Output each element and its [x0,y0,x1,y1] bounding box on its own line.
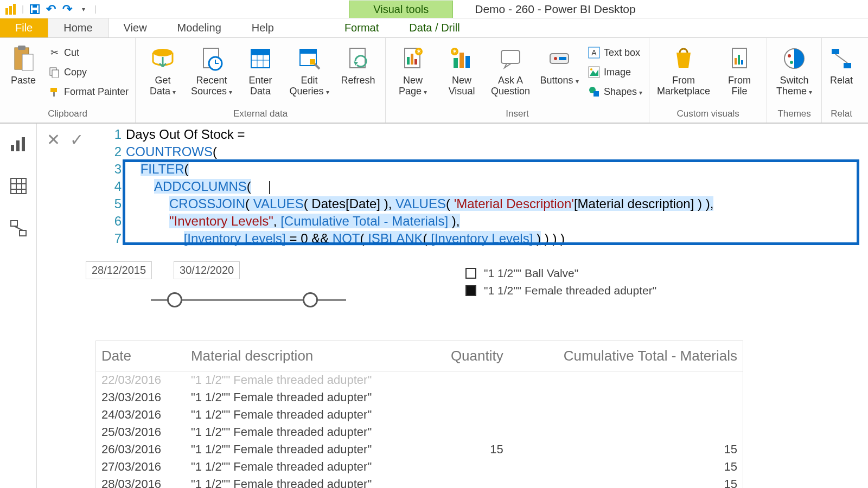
table-row[interactable]: 23/03/2016"1 1/2"" Female threaded adupt… [96,389,743,406]
refresh-label: Refresh [341,75,375,86]
table-row[interactable]: 24/03/2016"1 1/2"" Female threaded adupt… [96,406,743,423]
switch-theme-label: Switch Theme [776,75,812,98]
tab-home[interactable]: Home [48,18,108,37]
col-quantity[interactable]: Quantity [429,341,509,371]
report-view-icon[interactable] [8,133,29,154]
svg-point-54 [790,61,793,64]
left-nav [0,124,37,488]
cut-label: Cut [64,47,79,59]
svg-rect-0 [5,8,8,15]
marketplace-icon [668,43,699,74]
contextual-tab-visual-tools: Visual tools [349,1,453,18]
formula-commit-icon[interactable]: ✓ [70,130,84,149]
tab-format[interactable]: Format [329,18,394,37]
col-cumulative[interactable]: Cumulative Total - Materials [509,341,743,371]
svg-rect-55 [832,49,839,54]
workspace: ✕ ✓ 1234567 Days Out Of Stock = COUNTROW… [0,124,868,488]
refresh-button[interactable]: Refresh [335,42,381,87]
new-page-button[interactable]: ✶New Page [390,42,436,99]
slicer-end-date[interactable]: 30/12/2020 [174,261,240,279]
save-icon[interactable] [29,4,40,15]
svg-rect-7 [18,46,25,50]
shapes-icon [588,85,601,98]
legend-swatch-filled [465,285,476,296]
slicer-handle-start[interactable] [167,292,182,307]
svg-rect-58 [11,145,14,151]
svg-rect-61 [11,178,26,194]
data-view-icon[interactable] [8,176,29,196]
text-box-button[interactable]: AText box [585,43,644,62]
tab-modeling[interactable]: Modeling [162,18,237,37]
switch-theme-button[interactable]: Switch Theme [771,42,817,99]
enter-data-icon [245,43,276,74]
table-row[interactable]: 25/03/2016"1 1/2"" Female threaded adupt… [96,423,743,441]
image-button[interactable]: Image [585,63,644,81]
svg-text:✶: ✶ [416,48,422,55]
slicer-start-date[interactable]: 28/12/2015 [86,261,152,279]
qat-dropdown-icon[interactable]: ▾ [78,4,89,15]
col-material[interactable]: Material description [186,341,429,371]
tab-help[interactable]: Help [237,18,289,37]
table-row[interactable]: 26/03/2016"1 1/2"" Female threaded adupt… [96,441,743,458]
canvas: ✕ ✓ 1234567 Days Out Of Stock = COUNTROW… [37,124,868,488]
cut-button[interactable]: ✂Cut [46,43,131,62]
svg-rect-1 [9,6,12,15]
buttons-label: Buttons [540,75,579,87]
ask-question-button[interactable]: Ask A Question [488,42,533,98]
edit-queries-button[interactable]: Edit Queries [286,42,332,99]
from-file-button[interactable]: From File [717,42,762,98]
dax-editor[interactable]: 1234567 Days Out Of Stock = COUNTROWS( F… [107,126,868,256]
app-icon [5,4,16,15]
code-line-2: COUNTROWS( [126,143,868,160]
shapes-button[interactable]: Shapes [585,82,644,101]
formula-cancel-icon[interactable]: ✕ [47,130,60,149]
recent-sources-button[interactable]: Recent Sources [189,42,234,99]
ask-question-icon [495,43,526,74]
undo-icon[interactable]: ↶ [46,4,56,15]
slicer-handle-end[interactable] [303,292,318,307]
svg-point-45 [590,68,592,70]
switch-theme-icon [779,43,809,74]
quick-access-toolbar: | ↶ ↷ ▾ | [0,4,102,15]
legend-item-2[interactable]: "1 1/2"" Female threaded adupter" [465,284,656,297]
from-marketplace-button[interactable]: From Marketplace [654,42,713,98]
group-clipboard: Paste ✂Cut Copy Format Painter Clipboard [0,38,136,123]
tab-view[interactable]: View [108,18,162,37]
svg-text:A: A [591,48,597,57]
cut-icon: ✂ [48,46,61,59]
svg-rect-59 [16,140,20,151]
enter-data-button[interactable]: Enter Data [238,42,283,98]
group-custom-label: Custom visuals [654,107,762,121]
model-view-icon[interactable] [8,218,29,239]
code-line-1: Days Out Of Stock = [126,126,868,143]
tab-data-drill[interactable]: Data / Drill [394,18,475,37]
format-painter-button[interactable]: Format Painter [46,82,131,101]
svg-rect-56 [844,63,851,68]
manage-relationships-button[interactable]: Relat [826,42,857,87]
get-data-icon [148,43,178,74]
new-visual-button[interactable]: ✶New Visual [439,42,484,98]
get-data-button[interactable]: Get Data [140,42,186,99]
code-line-7: [Inventory Levels] = 0 && NOT( ISBLANK( … [126,230,868,247]
group-themes: Switch Theme Themes [767,38,822,123]
svg-rect-4 [33,10,37,13]
copy-button[interactable]: Copy [46,63,131,81]
table-row[interactable]: 22/03/2016"1 1/2"" Female threaded adupt… [96,371,743,389]
redo-icon[interactable]: ↷ [62,4,73,15]
svg-rect-2 [13,4,16,15]
buttons-button[interactable]: Buttons [537,42,582,88]
col-date[interactable]: Date [96,341,186,371]
table-row[interactable]: 27/03/2016"1 1/2"" Female threaded adupt… [96,458,743,476]
slicer-track[interactable] [151,289,346,311]
svg-rect-21 [251,49,270,55]
data-table[interactable]: Date Material description Quantity Cumul… [95,341,743,488]
table-header-row: Date Material description Quantity Cumul… [96,341,743,371]
table-row[interactable]: 28/03/2016"1 1/2"" Female threaded adupt… [96,476,743,488]
date-slicer[interactable]: 28/12/2015 30/12/2020 [86,261,433,311]
from-file-icon [724,43,755,74]
paste-button[interactable]: Paste [4,42,42,87]
group-themes-label: Themes [771,107,817,121]
svg-rect-40 [559,57,566,60]
legend-item-1[interactable]: "1 1/2"" Ball Valve" [465,267,656,280]
tab-file[interactable]: File [0,18,48,37]
